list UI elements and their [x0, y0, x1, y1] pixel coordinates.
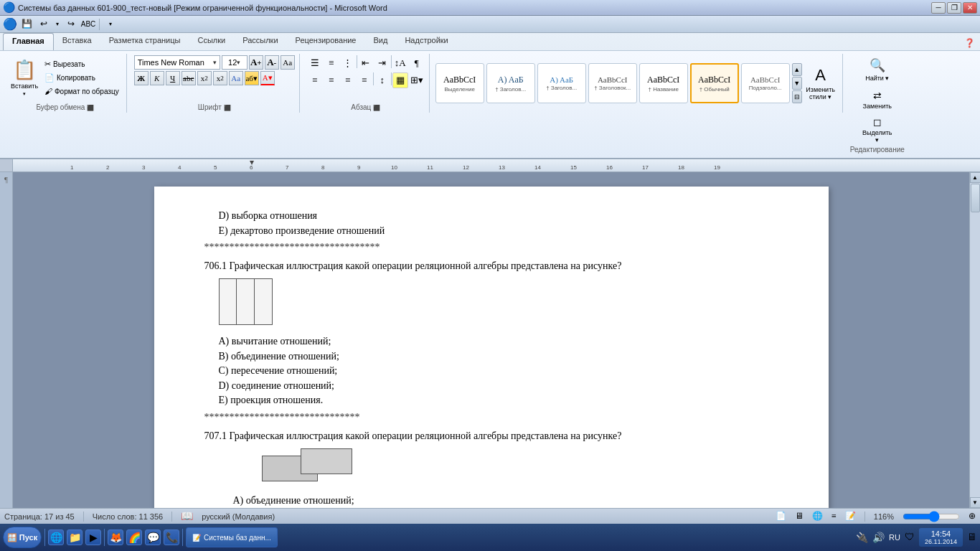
taskbar-chrome-icon[interactable]: 🌈: [126, 529, 142, 545]
undo-dropdown-button[interactable]: ▾: [53, 17, 62, 32]
style-heading3[interactable]: AaBbCcI † Заголовок...: [588, 63, 637, 103]
font-name-selector[interactable]: Times New Roman ▾: [134, 55, 220, 70]
numbering-button[interactable]: ≡: [324, 55, 339, 71]
close-button[interactable]: ✕: [963, 2, 977, 14]
replace-button[interactable]: ⇄ Заменить: [860, 85, 895, 114]
ribbon-help-button[interactable]: ❓: [961, 36, 977, 50]
subscript-button[interactable]: x2: [197, 71, 212, 85]
option-706a: A) вычитание отношений;: [219, 334, 778, 349]
decrease-font-button[interactable]: A-: [265, 55, 279, 70]
minimize-button[interactable]: ─: [931, 2, 946, 14]
find-button[interactable]: 🔍 Найти ▾: [860, 55, 895, 84]
tray-security-icon[interactable]: 🛡: [905, 532, 915, 543]
style-title[interactable]: AaBbCcI † Название: [639, 63, 688, 103]
ribbon-tabs: Главная Вставка Разметка страницы Ссылки…: [0, 33, 980, 50]
spelling-button[interactable]: ABC: [80, 17, 96, 32]
view-fullscreen-button[interactable]: 🖥: [795, 511, 804, 522]
tray-volume-icon[interactable]: 🔊: [872, 532, 885, 544]
scroll-down-button[interactable]: ▼: [970, 497, 981, 508]
tab-home[interactable]: Главная: [3, 33, 54, 50]
bullets-button[interactable]: ☰: [307, 55, 323, 71]
zoom-level: 116%: [874, 512, 894, 521]
underline-button[interactable]: Ч: [166, 71, 180, 85]
superscript-button[interactable]: x2: [213, 71, 227, 85]
text-effects-button[interactable]: Аа: [229, 71, 243, 85]
taskbar-folder-icon[interactable]: 📁: [67, 529, 83, 545]
styles-scroll-up-button[interactable]: ▲: [792, 63, 802, 76]
styles-expand-button[interactable]: ⊟: [792, 90, 802, 103]
taskbar-qip-icon[interactable]: 💬: [145, 529, 161, 545]
taskbar-skype-icon[interactable]: 📞: [164, 529, 179, 545]
tab-mailings[interactable]: Рассылки: [234, 33, 286, 50]
text-highlight-button[interactable]: аб▾: [245, 71, 259, 85]
scroll-track[interactable]: [970, 183, 981, 497]
ribbon: Главная Вставка Разметка страницы Ссылки…: [0, 33, 980, 159]
tab-page-layout[interactable]: Разметка страницы: [100, 33, 189, 50]
restore-button[interactable]: ❐: [947, 2, 961, 14]
paragraph-mark[interactable]: ¶: [4, 175, 8, 184]
font-size-selector[interactable]: 12 ▾: [222, 55, 248, 70]
save-button[interactable]: 💾: [19, 17, 34, 32]
style-normal[interactable]: AaBbCcI † Обычный: [690, 63, 739, 103]
justify-button[interactable]: ≡: [357, 72, 372, 88]
tray-lang-icon[interactable]: RU: [889, 533, 900, 542]
taskbar-ie-icon[interactable]: 🌐: [48, 529, 64, 545]
tab-view[interactable]: Вид: [365, 33, 397, 50]
page[interactable]: D) выборка отношения E) декартово произв…: [154, 187, 829, 508]
sort-button[interactable]: ↕A: [392, 55, 408, 71]
select-button[interactable]: ◻ Выделить ▾: [860, 116, 895, 144]
multilevel-list-button[interactable]: ⋮: [340, 55, 356, 71]
undo-button[interactable]: ↩: [36, 17, 52, 32]
shading-button[interactable]: ▦: [392, 72, 408, 88]
style-subtitle[interactable]: AaBbCcI Подзаголо...: [741, 63, 790, 103]
line-spacing-button[interactable]: ↕: [374, 72, 390, 88]
zoom-in-button[interactable]: ⊕: [969, 511, 976, 522]
increase-indent-button[interactable]: ⇥: [374, 55, 390, 71]
increase-font-button[interactable]: A+: [249, 55, 263, 70]
clock[interactable]: 14:54 26.11.2014: [919, 528, 963, 547]
paste-button[interactable]: 📋 Вставить ▾: [9, 55, 40, 100]
zoom-slider[interactable]: [903, 511, 960, 522]
cut-button[interactable]: ✂ Вырезать: [42, 58, 122, 70]
option-707a: A) объединение отношений;: [233, 494, 778, 508]
tab-references[interactable]: Ссылки: [189, 33, 234, 50]
scroll-up-button[interactable]: ▲: [970, 172, 981, 183]
style-heading1[interactable]: A) AаБ † Заголов...: [486, 63, 535, 103]
font-color-button[interactable]: А▾: [260, 71, 275, 85]
bold-button[interactable]: Ж: [134, 71, 149, 85]
borders-button[interactable]: ⊞▾: [409, 72, 425, 88]
styles-scroll-down-button[interactable]: ▼: [792, 77, 802, 90]
scroll-thumb[interactable]: [971, 184, 980, 212]
show-hide-button[interactable]: ¶: [409, 55, 425, 71]
italic-button[interactable]: К: [150, 71, 164, 85]
tab-review[interactable]: Рецензирование: [287, 33, 365, 50]
style-highlight[interactable]: AaBbCcI Выделение: [435, 63, 484, 103]
start-button[interactable]: 🪟 Пуск: [3, 527, 42, 548]
redo-button[interactable]: ↪: [63, 17, 79, 32]
view-print-button[interactable]: 📄: [776, 511, 786, 522]
toolbar-more-button[interactable]: ▾: [103, 17, 118, 32]
align-center-button[interactable]: ≡: [324, 72, 339, 88]
clear-formatting-button[interactable]: Aa: [281, 55, 295, 70]
ruler-mark: 13: [499, 164, 505, 171]
taskbar-ff-icon[interactable]: 🦊: [108, 529, 123, 545]
view-web-button[interactable]: 🌐: [812, 511, 823, 522]
taskbar-media-icon[interactable]: ▶: [85, 529, 101, 545]
tab-addins[interactable]: Надстройки: [396, 33, 456, 50]
change-styles-button[interactable]: A Изменитьстили ▾: [802, 61, 839, 105]
decrease-indent-button[interactable]: ⇤: [358, 55, 374, 71]
copy-button[interactable]: 📄 Копировать: [42, 72, 122, 84]
style-heading2[interactable]: A) AаБ † Заголов...: [537, 63, 586, 103]
show-desktop-button[interactable]: 🖥: [967, 532, 977, 543]
start-label: Пуск: [19, 533, 37, 542]
view-outline-button[interactable]: ≡: [831, 511, 837, 522]
strikethrough-button[interactable]: abc: [182, 71, 196, 85]
taskbar-word-item[interactable]: 📝 Системы баз данн...: [186, 527, 278, 547]
align-left-button[interactable]: ≡: [307, 72, 323, 88]
align-right-button[interactable]: ≡: [340, 72, 356, 88]
format-painter-button[interactable]: 🖌 Формат по образцу: [42, 85, 122, 97]
view-draft-button[interactable]: 📝: [845, 511, 856, 522]
document-area[interactable]: D) выборка отношения E) декартово произв…: [13, 172, 969, 508]
tab-insert[interactable]: Вставка: [54, 33, 100, 50]
tray-network-icon[interactable]: 🔌: [856, 532, 868, 544]
